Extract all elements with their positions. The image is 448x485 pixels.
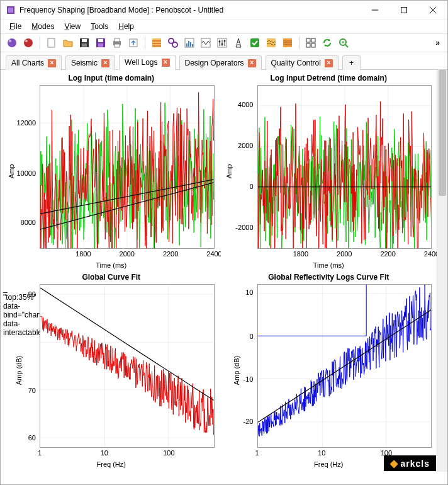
layers1-icon[interactable]: [264, 35, 279, 50]
new-file-icon[interactable]: [44, 35, 59, 50]
svg-rect-41: [267, 38, 276, 47]
y-ticks: 8000 10000 12000: [3, 85, 38, 249]
tabstrip: All Charts× Seismic× Well Logs× Design O…: [1, 52, 447, 70]
svg-point-24: [172, 42, 177, 47]
gears-icon[interactable]: [165, 35, 181, 50]
menu-tools[interactable]: Tools: [87, 21, 112, 32]
derrick-icon[interactable]: [231, 35, 246, 50]
titlebar: Frequency Shaping [Broadband Mode] : Pen…: [1, 1, 447, 20]
tab-close-icon[interactable]: ×: [325, 59, 333, 67]
svg-point-37: [224, 40, 226, 42]
svg-line-73: [40, 288, 214, 401]
export-icon[interactable]: [126, 35, 141, 50]
svg-point-7: [9, 40, 11, 42]
menu-modes[interactable]: Modes: [28, 21, 58, 32]
menubar: File Modes View Tools Help: [1, 20, 447, 33]
x-axis-label: Time (ms): [313, 261, 344, 269]
x-ticks: 1800 2000 2200 2400: [40, 250, 215, 259]
sphere-purple-icon[interactable]: [4, 35, 20, 50]
chart-global-reflectivity: Global Reflectivity Logs Curve Fit Amp (…: [221, 271, 437, 469]
svg-rect-28: [190, 42, 191, 47]
plot-area[interactable]: [40, 284, 215, 448]
vertical-scrollbar[interactable]: [437, 70, 447, 472]
tab-add-button[interactable]: +: [342, 55, 361, 70]
tab-seismic[interactable]: Seismic×: [65, 55, 115, 70]
toolbar-overflow[interactable]: »: [432, 38, 444, 47]
svg-rect-40: [250, 38, 259, 47]
scrollbar-thumb[interactable]: [439, 70, 446, 196]
svg-rect-30: [201, 38, 210, 47]
svg-rect-1: [8, 8, 13, 13]
svg-rect-19: [115, 38, 120, 42]
watermark-text: arkcls: [401, 459, 430, 469]
app-icon: [6, 5, 16, 15]
tab-label: All Charts: [11, 59, 44, 67]
svg-rect-43: [306, 38, 310, 42]
tab-label: Well Logs: [125, 58, 157, 67]
svg-point-9: [25, 40, 28, 42]
seismic-icon[interactable]: [149, 35, 164, 50]
waveform-icon[interactable]: [198, 35, 213, 50]
menu-view[interactable]: View: [60, 21, 84, 32]
svg-rect-26: [186, 43, 188, 47]
maximize-button[interactable]: [389, 1, 418, 20]
minimize-button[interactable]: [361, 1, 389, 20]
chart-log-input: Log Input (time domain) Amp Time (ms) 80…: [3, 72, 220, 270]
sphere-red-icon[interactable]: [21, 35, 36, 50]
svg-rect-14: [82, 43, 87, 47]
menu-file[interactable]: File: [6, 21, 25, 32]
tab-close-icon[interactable]: ×: [162, 59, 170, 67]
x-ticks: 1800 2000 2200 2400: [257, 250, 432, 259]
window-title: Frequency Shaping [Broadband Mode] : Pen…: [20, 6, 361, 14]
save-icon[interactable]: [77, 35, 92, 50]
svg-rect-20: [115, 44, 120, 47]
y-ticks: -20 -10 0 10: [221, 284, 256, 448]
layers2-icon[interactable]: [280, 35, 295, 50]
tab-all-charts[interactable]: All Charts×: [6, 55, 62, 70]
tab-well-logs[interactable]: Well Logs×: [119, 55, 175, 70]
print-icon[interactable]: [109, 35, 125, 50]
x-axis-label: Freq (Hz): [97, 460, 126, 468]
tab-label: Seismic: [71, 59, 98, 67]
svg-point-8: [24, 38, 33, 47]
plot-area[interactable]: [257, 284, 432, 448]
content-area: Log Input (time domain) Amp Time (ms) 80…: [1, 70, 447, 472]
spectrum-icon[interactable]: [182, 35, 197, 50]
toolbar: »: [1, 33, 447, 52]
svg-point-36: [221, 43, 223, 45]
svg-rect-45: [306, 43, 310, 47]
chart-grid: Log Input (time domain) Amp Time (ms) 80…: [1, 70, 437, 472]
tab-label: Design Operators: [185, 59, 244, 67]
svg-point-35: [219, 41, 221, 43]
tab-design-operators[interactable]: Design Operators×: [179, 55, 262, 70]
tab-close-icon[interactable]: ×: [248, 59, 256, 67]
tab-quality-control[interactable]: Quality Control×: [266, 55, 339, 70]
chart-title: Global Curve Fit: [3, 271, 220, 283]
chart-title: Log Input (time domain): [3, 72, 220, 84]
x-ticks: 1 10 100: [40, 449, 215, 458]
sliders-icon[interactable]: [215, 35, 230, 50]
tab-label: Quality Control: [271, 59, 321, 67]
chart-log-input-detrend: Log Input Detrend (time domain) Amp Time…: [221, 72, 437, 270]
svg-rect-16: [98, 39, 103, 42]
check-green-icon[interactable]: [247, 35, 262, 50]
watermark: ◆ arkcls: [384, 455, 436, 471]
chart-title: Log Input Detrend (time domain): [221, 72, 437, 84]
grid-view-icon[interactable]: [303, 35, 318, 50]
tab-close-icon[interactable]: ×: [48, 59, 56, 67]
svg-line-82: [258, 310, 432, 423]
plot-area[interactable]: [257, 85, 432, 249]
y-ticks: -2000 0 2000 4000: [221, 85, 256, 249]
x-axis-label: Freq (Hz): [314, 460, 343, 468]
svg-rect-44: [311, 38, 315, 42]
svg-point-6: [8, 38, 16, 47]
watermark-logo-icon: ◆: [390, 457, 398, 469]
zoom-icon[interactable]: [336, 35, 351, 50]
refresh-icon[interactable]: [320, 35, 335, 50]
tab-close-icon[interactable]: ×: [101, 59, 109, 67]
save-purple-icon[interactable]: [93, 35, 108, 50]
plot-area[interactable]: [40, 85, 215, 249]
menu-help[interactable]: Help: [115, 21, 138, 32]
open-folder-icon[interactable]: [60, 35, 76, 50]
close-button[interactable]: [418, 1, 447, 20]
